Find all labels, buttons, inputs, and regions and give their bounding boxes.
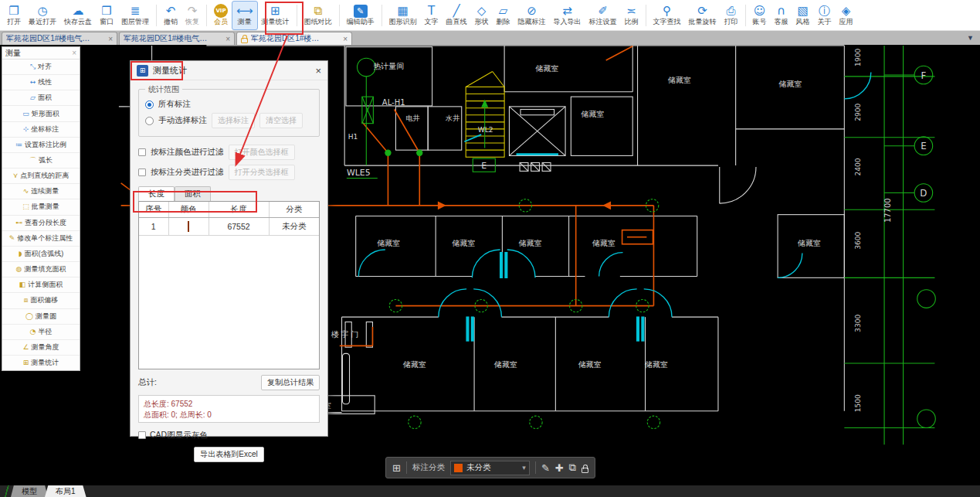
row-category: 未分类 (269, 218, 319, 236)
toolbar-button-apps[interactable]: ◈应用 (836, 1, 857, 30)
toolbar-button-undo[interactable]: ↶撤销 (160, 1, 181, 30)
toolbar-button-recent[interactable]: ◷最近打开 (25, 1, 60, 30)
tab-model[interactable]: 模型 (11, 485, 48, 497)
toolbar-button-style[interactable]: ▧风格 (792, 1, 814, 30)
sidebar-item-arc-length[interactable]: ⌒弧长 (2, 153, 80, 169)
close-icon[interactable]: × (315, 65, 321, 77)
close-icon[interactable]: × (72, 49, 76, 57)
toolbar-button-import-export[interactable]: ⇄导入导出 (550, 1, 585, 30)
tab-layout1[interactable]: 布局1 (45, 485, 86, 497)
toolbar-button-measure-stats[interactable]: ⊞测量统计 (258, 1, 293, 30)
sidebar-item-fill-area[interactable]: ◍测量填充面积 (2, 262, 80, 277)
sidebar-item-measure-angle[interactable]: ∠测量角度 (2, 340, 80, 356)
toolbar-button-line[interactable]: ╱曲直线 (443, 1, 471, 30)
sidebar-item-continuous-measure[interactable]: ∿连续测量 (2, 184, 80, 199)
filter-color-checkbox[interactable] (138, 148, 146, 156)
tab-model-label: 模型 (22, 486, 37, 497)
sidebar-item-label: 查看分段长度 (25, 218, 66, 228)
edit-assistant-icon: ✎ (354, 5, 368, 18)
close-icon[interactable]: × (108, 35, 113, 43)
sidebar-item-label: 坐标标注 (31, 124, 59, 134)
radio-all-annotations[interactable]: 所有标注 (145, 99, 313, 110)
edit-icon[interactable]: ✎ (541, 462, 550, 474)
toolbar-button-batch-rotate[interactable]: ⟳批量旋转 (685, 1, 721, 30)
cad-canvas[interactable]: 热计量间 储藏室 储藏室 储藏室 储藏室 储藏室 储藏室 储藏室 储藏室 储藏室… (0, 45, 980, 485)
toolbar-button-annotation-settings[interactable]: ✐标注设置 (585, 1, 621, 30)
toolbar-button-redo[interactable]: ↷恢复 (181, 1, 203, 30)
close-icon[interactable]: × (226, 35, 230, 43)
sidebar-item-scale-setting[interactable]: ≔设置标注比例 (2, 138, 80, 153)
copy-icon[interactable]: ⧉ (569, 461, 576, 474)
sidebar-item-label: 测量角度 (32, 342, 59, 352)
sidebar-item-side-area[interactable]: ◧计算侧面积 (2, 277, 80, 293)
tab-area[interactable]: 面积 (175, 186, 211, 201)
summary-total-area: 总面积: 0; 总周长: 0 (144, 410, 314, 420)
close-icon[interactable]: × (343, 35, 348, 43)
toolbar-button-shape-recognition[interactable]: ▦图形识别 (385, 1, 421, 30)
sidebar-item-linear[interactable]: ↔线性 (2, 75, 80, 90)
sidebar-item-align[interactable]: ⤡对齐 (2, 60, 80, 75)
clear-selection-button[interactable]: 清空选择 (259, 113, 303, 128)
sidebar-item-batch-measure[interactable]: ⬚批量测量 (2, 199, 80, 215)
sidebar-item-measure-circle[interactable]: ◯测量圆 (2, 309, 80, 325)
scale-icon: ≍ (626, 5, 636, 18)
toolbar-button-hide-annotation[interactable]: ⊘隐藏标注 (514, 1, 550, 30)
hide-icon: ⊘ (527, 5, 537, 18)
sidebar-item-segment-length[interactable]: ⊷查看分段长度 (2, 216, 80, 231)
open-color-picker-button[interactable]: 打开颜色选择框 (229, 145, 295, 160)
tab-overflow-icon[interactable]: ▼ (967, 34, 974, 42)
radio-manual-select[interactable]: 手动选择标注 选择标注 清空选择 (145, 113, 313, 128)
open-category-picker-button[interactable]: 打开分类选择框 (229, 165, 295, 180)
filter-color-label: 按标注颜色进行过滤 (151, 147, 224, 158)
sidebar-item-measure-stats[interactable]: ⊞测量统计 (2, 356, 80, 370)
toolbar-button-open[interactable]: ❐打开 (3, 1, 25, 30)
toolbar-button-vip[interactable]: VIP会员 (210, 1, 232, 30)
toolbar-button-layer-manager[interactable]: ≣图层管理 (117, 1, 153, 30)
filter-category-checkbox[interactable] (138, 169, 146, 176)
file-tab-1[interactable]: 军苑花园D区1#楼电气… × (2, 32, 117, 45)
copy-total-button[interactable]: 复制总计结果 (261, 375, 320, 390)
toolbar-button-erase[interactable]: ▱删除 (493, 1, 514, 30)
category-dropdown[interactable]: 未分类 ▾ (450, 461, 530, 475)
sidebar-item-radius[interactable]: ◔半径 (2, 325, 80, 340)
toolbar-button-account[interactable]: ☺账号 (749, 1, 771, 30)
sidebar-item-area-arc[interactable]: ◗面积(含弧线) (2, 247, 80, 262)
move-icon[interactable]: ✚ (555, 462, 564, 474)
fill-area-icon: ◍ (16, 266, 22, 273)
file-tab-3-active[interactable]: 军苑花园D区1#楼… × (236, 32, 352, 45)
toolbar-button-support[interactable]: ∩客服 (771, 1, 792, 30)
sidebar-item-label: 测量统计 (31, 358, 59, 368)
sidebar-item-coordinate[interactable]: ⊹坐标标注 (2, 122, 80, 138)
toolbar-label: 图纸对比 (304, 18, 332, 26)
toolbar-button-about[interactable]: ⓘ关于 (814, 1, 836, 30)
toolbar-button-text[interactable]: T文字 (421, 1, 443, 30)
sidebar-item-area[interactable]: ▱面积 (2, 90, 80, 106)
main-toolbar: ❐打开 ◷最近打开 ☁快存云盘 ❒窗口 ≣图层管理 ↶撤销 ↷恢复 VIP会员 … (0, 0, 980, 31)
toolbar-button-cloud-save[interactable]: ☁快存云盘 (60, 1, 96, 30)
sidebar-item-rect-area[interactable]: ▭矩形面积 (2, 106, 80, 121)
dialog-titlebar[interactable]: ⊞ 测量统计 × (131, 61, 327, 80)
filter-color-row: 按标注颜色进行过滤 打开颜色选择框 (138, 145, 320, 160)
tab-length[interactable]: 长度 (138, 186, 175, 201)
col-category: 分类 (269, 202, 319, 218)
sidebar-item-point-line-distance[interactable]: ⋎点到直线的距离 (2, 169, 80, 184)
file-tab-2[interactable]: 军苑花园D区1#楼电气… × (119, 32, 235, 45)
toolbar-button-edit-assistant[interactable]: ✎编辑助手 (343, 1, 378, 30)
table-row[interactable]: 1 67552 未分类 (139, 218, 319, 236)
toolbar-button-scale[interactable]: ≍比例 (621, 1, 643, 30)
select-annotation-button[interactable]: 选择标注 (212, 113, 255, 128)
toolbar-button-shape[interactable]: ◇形状 (471, 1, 493, 30)
cad-gray-checkbox[interactable] (138, 431, 146, 439)
radio-icon[interactable] (145, 100, 154, 109)
toolbar-button-window[interactable]: ❒窗口 (96, 1, 117, 30)
sidebar-item-edit-annotation[interactable]: ✎修改单个标注属性 (2, 231, 80, 247)
grid-icon[interactable]: ⊞ (392, 462, 401, 474)
sidebar-item-area-offset[interactable]: ⧈面积偏移 (2, 293, 80, 308)
toolbar-button-measure[interactable]: ⟷测量 (232, 1, 258, 30)
radio-icon[interactable] (145, 117, 154, 125)
toolbar-button-text-search[interactable]: ⚲文字查找 (649, 1, 685, 30)
toolbar-button-drawing-compare[interactable]: ⧉图纸对比 (300, 1, 336, 30)
export-excel-button[interactable]: 导出表格到Excel (194, 447, 263, 462)
lock-icon[interactable] (582, 468, 588, 473)
toolbar-button-print[interactable]: ⎙打印 (721, 1, 742, 30)
